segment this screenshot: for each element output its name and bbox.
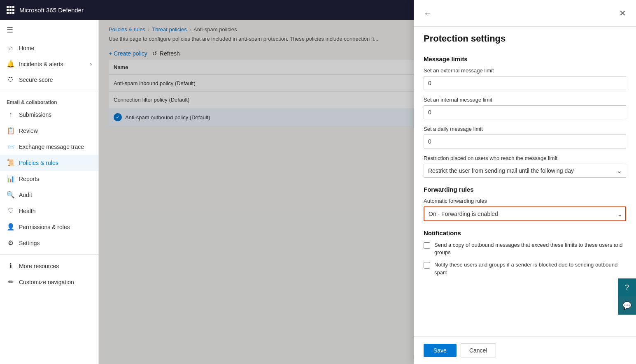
- shield-icon: 🛡: [7, 76, 15, 83]
- notify-copy-checkbox[interactable]: [424, 242, 430, 249]
- auto-forwarding-label: Automatic forwarding rules: [424, 198, 626, 204]
- save-button[interactable]: Save: [424, 344, 457, 357]
- sidebar-item-home[interactable]: ⌂ Home: [0, 40, 98, 56]
- policies-icon: 📜: [7, 159, 15, 167]
- floating-chat-button[interactable]: 💬: [618, 297, 636, 315]
- panel-back-button[interactable]: ←: [422, 7, 433, 20]
- internal-limit-label: Set an internal message limit: [424, 97, 626, 103]
- notify-blocked-label: Notify these users and groups if a sende…: [434, 261, 626, 276]
- permissions-icon: 👤: [7, 223, 15, 231]
- audit-icon: 🔍: [7, 191, 15, 199]
- sidebar-item-reports[interactable]: 📊 Reports: [0, 171, 98, 187]
- sidebar-item-policies-rules[interactable]: 📜 Policies & rules: [0, 155, 98, 171]
- sidebar-item-exchange-message-trace[interactable]: 📨 Exchange message trace: [0, 139, 98, 155]
- restriction-group: Restriction placed on users who reach th…: [424, 155, 626, 178]
- sidebar-item-customize-nav[interactable]: ✏ Customize navigation: [0, 274, 98, 290]
- external-limit-input[interactable]: [424, 76, 626, 90]
- auto-forwarding-group: Automatic forwarding rules On - Forwardi…: [424, 198, 626, 221]
- restriction-select-wrapper: Restrict the user from sending mail unti…: [424, 164, 626, 178]
- daily-limit-group: Set a daily message limit: [424, 126, 626, 148]
- sidebar-item-review[interactable]: 📋 Review: [0, 123, 98, 139]
- notify-copy-label: Send a copy of outbound messages that ex…: [434, 241, 626, 256]
- internal-limit-input[interactable]: [424, 105, 626, 119]
- auto-forwarding-select[interactable]: On - Forwarding is enabled Off - Forward…: [424, 206, 626, 221]
- sidebar-item-audit[interactable]: 🔍 Audit: [0, 187, 98, 203]
- review-icon: 📋: [7, 127, 15, 134]
- restriction-label: Restriction placed on users who reach th…: [424, 155, 626, 161]
- daily-limit-label: Set a daily message limit: [424, 126, 626, 132]
- sidebar-item-health[interactable]: ♡ Health: [0, 203, 98, 219]
- sidebar-item-permissions[interactable]: 👤 Permissions & roles: [0, 219, 98, 235]
- cancel-button[interactable]: Cancel: [461, 343, 496, 357]
- notify-copy-group: Send a copy of outbound messages that ex…: [424, 241, 626, 256]
- forwarding-rules-section-title: Forwarding rules: [424, 186, 626, 193]
- panel-title: Protection settings: [414, 27, 636, 47]
- external-limit-label: Set an external message limit: [424, 67, 626, 74]
- reports-icon: 📊: [7, 175, 15, 183]
- settings-nav-icon: ⚙: [7, 239, 15, 247]
- sidebar-item-submissions[interactable]: ↑ Submissions: [0, 107, 98, 123]
- floating-question-button[interactable]: ?: [618, 278, 636, 297]
- sidebar: ☰ ⌂ Home 🔔 Incidents & alerts › 🛡 Secure…: [0, 20, 99, 364]
- hamburger-button[interactable]: ☰: [0, 20, 98, 40]
- notifications-section-title: Notifications: [424, 230, 626, 236]
- waffle-icon[interactable]: [7, 6, 14, 14]
- panel-footer: Save Cancel: [414, 336, 636, 364]
- info-icon: ℹ: [7, 262, 15, 270]
- sidebar-item-more-resources[interactable]: ℹ More resources: [0, 258, 98, 274]
- panel-close-button[interactable]: ✕: [617, 7, 628, 20]
- home-icon: ⌂: [7, 44, 15, 52]
- email-collaboration-section: Email & collaboration: [0, 95, 98, 107]
- health-icon: ♡: [7, 207, 15, 215]
- panel-header: ← ✕: [414, 0, 636, 27]
- floating-action-buttons: ? 💬: [618, 278, 636, 315]
- auto-forwarding-select-wrapper: On - Forwarding is enabled Off - Forward…: [424, 206, 626, 221]
- incidents-icon: 🔔: [7, 60, 15, 68]
- exchange-icon: 📨: [7, 143, 15, 151]
- internal-limit-group: Set an internal message limit: [424, 97, 626, 119]
- message-limits-section-title: Message limits: [424, 56, 626, 63]
- external-limit-group: Set an external message limit: [424, 67, 626, 90]
- notify-blocked-group: Notify these users and groups if a sende…: [424, 261, 626, 276]
- sidebar-item-settings[interactable]: ⚙ Settings: [0, 235, 98, 251]
- daily-limit-input[interactable]: [424, 134, 626, 148]
- edit-icon: ✏: [7, 278, 15, 286]
- sidebar-item-incidents[interactable]: 🔔 Incidents & alerts ›: [0, 56, 98, 72]
- notify-blocked-checkbox[interactable]: [424, 262, 430, 269]
- sidebar-item-secure-score[interactable]: 🛡 Secure score: [0, 72, 98, 88]
- chevron-down-icon: ›: [90, 61, 92, 67]
- panel-body: Message limits Set an external message l…: [414, 47, 636, 336]
- protection-settings-panel: ← ✕ Protection settings Message limits S…: [414, 0, 636, 364]
- submissions-icon: ↑: [7, 111, 15, 118]
- restriction-select[interactable]: Restrict the user from sending mail unti…: [424, 164, 626, 178]
